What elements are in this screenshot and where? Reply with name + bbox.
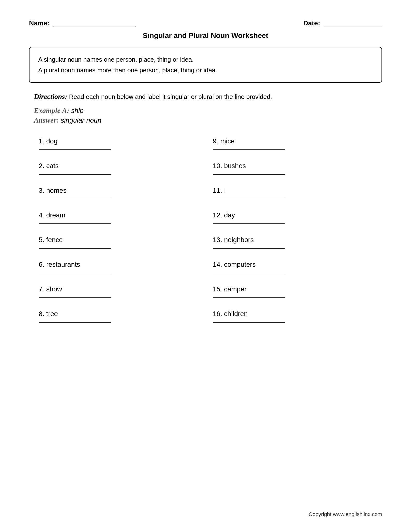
answer-underline — [213, 223, 285, 224]
question-text: 2. cats — [39, 162, 198, 170]
question-text: 13. neighbors — [213, 236, 372, 244]
example-a-value: ship — [71, 107, 84, 114]
question-item: 14. computers — [208, 256, 382, 281]
worksheet-title: Singular and Plural Noun Worksheet — [29, 31, 382, 40]
answer-underline — [213, 199, 285, 199]
question-item: 5. fence — [34, 232, 208, 256]
worksheet-page: Name: Date: Singular and Plural Noun Wor… — [0, 0, 411, 532]
question-text: 15. camper — [213, 285, 372, 293]
answer-underline — [39, 223, 111, 224]
question-text: 10. bushes — [213, 162, 372, 170]
example-answer-line: Answer: singular noun — [34, 116, 382, 124]
date-line — [324, 27, 382, 27]
example-a-label: Example A: — [34, 106, 69, 114]
info-line-2: A plural noun names more than one person… — [38, 65, 373, 76]
questions-grid: 1. dog 9. mice 2. cats 10. bushes 3. hom… — [34, 133, 382, 330]
question-item: 13. neighbors — [208, 232, 382, 256]
question-text: 1. dog — [39, 137, 198, 145]
question-text: 3. homes — [39, 187, 198, 194]
name-label: Name: — [29, 19, 50, 27]
answer-underline — [39, 174, 111, 175]
header-row: Name: Date: — [29, 19, 382, 27]
question-item: 16. children — [208, 306, 382, 330]
example-answer-value: singular noun — [61, 116, 101, 124]
answer-underline — [39, 322, 111, 323]
question-item: 11. I — [208, 182, 382, 207]
question-item: 2. cats — [34, 158, 208, 182]
question-text: 12. day — [213, 211, 372, 219]
example-a-line: Example A: ship — [34, 106, 382, 115]
question-text: 16. children — [213, 310, 372, 318]
question-item: 9. mice — [208, 133, 382, 158]
question-item: 3. homes — [34, 182, 208, 207]
question-item: 8. tree — [34, 306, 208, 330]
directions-row: Directions: Read each noun below and lab… — [34, 92, 382, 101]
question-text: 7. show — [39, 285, 198, 293]
answer-underline — [39, 248, 111, 249]
name-field: Name: — [29, 19, 136, 27]
answer-underline — [39, 273, 111, 273]
question-text: 4. dream — [39, 211, 198, 219]
question-text: 5. fence — [39, 236, 198, 244]
date-field: Date: — [303, 19, 382, 27]
question-item: 6. restaurants — [34, 256, 208, 281]
example-answer-label: Answer: — [34, 116, 59, 124]
answer-underline — [213, 248, 285, 249]
question-text: 14. computers — [213, 261, 372, 268]
date-label: Date: — [303, 19, 320, 27]
copyright: Copyright www.englishlinx.com — [309, 511, 382, 517]
question-item: 4. dream — [34, 207, 208, 232]
example-block: Example A: ship Answer: singular noun — [34, 106, 382, 124]
info-line-1: A singular noun names one person, place,… — [38, 54, 373, 65]
answer-underline — [213, 297, 285, 298]
answer-underline — [39, 150, 111, 150]
question-item: 1. dog — [34, 133, 208, 158]
answer-underline — [213, 273, 285, 273]
answer-underline — [213, 322, 285, 323]
answer-underline — [213, 174, 285, 175]
question-text: 6. restaurants — [39, 261, 198, 268]
question-item: 15. camper — [208, 281, 382, 306]
answer-underline — [213, 150, 285, 150]
question-item: 10. bushes — [208, 158, 382, 182]
answer-underline — [39, 199, 111, 199]
question-text: 11. I — [213, 187, 372, 194]
question-item: 7. show — [34, 281, 208, 306]
question-text: 8. tree — [39, 310, 198, 318]
name-line — [53, 27, 136, 27]
question-text: 9. mice — [213, 137, 372, 145]
question-item: 12. day — [208, 207, 382, 232]
answer-underline — [39, 297, 111, 298]
directions-label: Directions: — [34, 92, 67, 100]
directions-text: Read each noun below and label it singul… — [69, 93, 272, 100]
info-box: A singular noun names one person, place,… — [29, 47, 382, 83]
